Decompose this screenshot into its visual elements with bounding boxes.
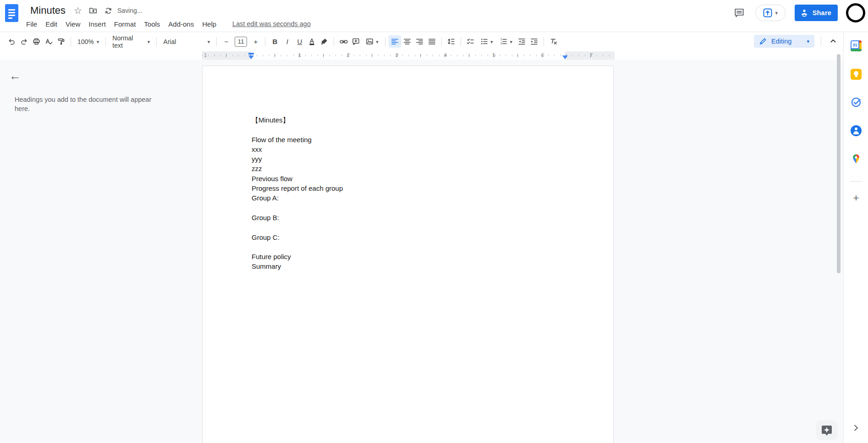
document-line[interactable]: Previous flow xyxy=(252,174,565,183)
document-line[interactable] xyxy=(252,242,565,252)
document-line[interactable]: xxx xyxy=(252,144,565,154)
document-page[interactable]: 【Minutes】 Flow of the meetingxxxyyyzzzPr… xyxy=(202,66,614,443)
menu-format[interactable]: Format xyxy=(110,19,140,29)
font-size-value: 11 xyxy=(238,38,244,45)
menu-help[interactable]: Help xyxy=(198,19,220,29)
decrease-indent-button[interactable] xyxy=(516,35,528,48)
align-left-button[interactable] xyxy=(389,35,401,48)
zoom-select[interactable]: 100% ▾ xyxy=(74,35,102,48)
document-line[interactable]: Group B: xyxy=(252,213,565,222)
print-button[interactable] xyxy=(30,35,43,48)
explore-button[interactable] xyxy=(816,420,837,440)
image-caret-icon: ▾ xyxy=(376,39,379,44)
insert-link-button[interactable] xyxy=(337,35,350,48)
show-side-panel-icon[interactable] xyxy=(851,423,861,433)
editing-caret-icon: ▾ xyxy=(807,39,809,44)
font-family-select[interactable]: Arial ▾ xyxy=(160,35,213,48)
paragraph-style-value: Normal text xyxy=(112,34,144,49)
document-line[interactable]: yyy xyxy=(252,154,565,164)
spellcheck-button[interactable] xyxy=(43,35,55,48)
paint-format-button[interactable] xyxy=(55,35,67,48)
account-avatar[interactable] xyxy=(846,3,865,22)
align-right-button[interactable] xyxy=(413,35,426,48)
align-center-button[interactable] xyxy=(401,35,413,48)
tasks-app-icon[interactable] xyxy=(851,97,862,108)
text-color-button[interactable] xyxy=(306,35,318,48)
outline-placeholder-text: Headings you add to the document will ap… xyxy=(15,95,152,113)
underline-button[interactable]: U xyxy=(293,35,306,48)
menu-addons[interactable]: Add-ons xyxy=(164,19,198,29)
open-comments-icon[interactable] xyxy=(733,7,745,19)
add-comment-button[interactable] xyxy=(350,35,362,48)
ruler-margin-number: 1 xyxy=(202,52,209,58)
document-line[interactable]: 【Minutes】 xyxy=(252,115,565,125)
editing-mode-button[interactable]: Editing ▾ xyxy=(754,35,814,48)
vertical-scrollbar[interactable] xyxy=(837,54,841,273)
redo-button[interactable] xyxy=(18,35,30,48)
document-line[interactable] xyxy=(252,203,565,213)
contacts-app-icon[interactable] xyxy=(851,125,862,136)
paragraph-style-select[interactable]: Normal text ▾ xyxy=(109,35,153,48)
undo-button[interactable] xyxy=(5,35,18,48)
line-spacing-button[interactable] xyxy=(445,35,457,48)
document-outline-panel: ← Headings you add to the document will … xyxy=(0,60,165,443)
numbered-list-button[interactable]: 12 ▾ xyxy=(496,35,516,48)
workspace-side-panel: 31 + xyxy=(843,32,868,443)
document-line[interactable]: Summary xyxy=(252,261,565,271)
menu-edit[interactable]: Edit xyxy=(41,19,61,29)
justify-button[interactable] xyxy=(426,35,438,48)
document-line[interactable]: Group A: xyxy=(252,193,565,203)
title-row: Minutes ☆ Saving... xyxy=(28,4,142,17)
docs-logo-icon[interactable] xyxy=(5,4,18,22)
first-line-indent-marker[interactable] xyxy=(248,53,254,55)
svg-text:2: 2 xyxy=(500,42,502,45)
ruler-number: 6 xyxy=(539,52,546,58)
menu-tools[interactable]: Tools xyxy=(140,19,164,29)
share-button[interactable]: Share xyxy=(795,5,838,21)
font-caret-icon: ▾ xyxy=(208,39,210,44)
get-addons-button[interactable]: + xyxy=(851,193,862,204)
document-line[interactable] xyxy=(252,125,565,134)
document-line[interactable]: Flow of the meeting xyxy=(252,135,565,144)
document-title[interactable]: Minutes xyxy=(28,5,67,17)
decrease-font-size-button[interactable]: − xyxy=(220,35,232,48)
ruler-half-ticks xyxy=(226,54,615,57)
menu-file[interactable]: File xyxy=(22,19,41,29)
checklist-button[interactable] xyxy=(464,35,477,48)
bold-button[interactable]: B xyxy=(269,35,281,48)
move-folder-icon[interactable] xyxy=(88,6,98,15)
italic-icon: I xyxy=(286,38,288,45)
insert-image-button[interactable]: ▾ xyxy=(362,35,382,48)
menu-insert[interactable]: Insert xyxy=(84,19,110,29)
italic-button[interactable]: I xyxy=(281,35,293,48)
right-indent-marker[interactable] xyxy=(562,55,568,59)
bulleted-list-button[interactable]: ▾ xyxy=(477,35,496,48)
calendar-app-icon[interactable]: 31 xyxy=(851,40,862,51)
increase-font-size-button[interactable]: + xyxy=(249,35,262,48)
star-icon[interactable]: ☆ xyxy=(74,6,82,15)
keep-app-icon[interactable] xyxy=(851,69,862,80)
document-line[interactable] xyxy=(252,222,565,232)
share-person-lock-icon xyxy=(800,8,809,17)
hide-menus-button[interactable] xyxy=(827,34,839,47)
sync-saving-icon xyxy=(104,6,113,15)
left-indent-marker[interactable] xyxy=(248,55,254,59)
document-line[interactable]: Progress report of each group xyxy=(252,183,565,193)
document-line[interactable]: Future policy xyxy=(252,252,565,261)
increase-indent-button[interactable] xyxy=(528,35,540,48)
font-size-input[interactable]: 11 xyxy=(235,37,247,47)
bulleted-list-caret-icon: ▾ xyxy=(490,39,493,44)
close-outline-icon[interactable]: ← xyxy=(9,70,21,82)
present-button[interactable]: ▾ xyxy=(755,5,786,21)
maps-app-icon[interactable] xyxy=(851,154,862,165)
minus-icon: − xyxy=(224,38,228,45)
document-line[interactable]: Group C: xyxy=(252,233,565,242)
horizontal-ruler[interactable]: 1 1234567 xyxy=(202,51,615,60)
last-edit-link[interactable]: Last edit was seconds ago xyxy=(232,20,311,28)
highlight-color-button[interactable] xyxy=(318,35,330,48)
document-text[interactable]: 【Minutes】 Flow of the meetingxxxyyyzzzPr… xyxy=(252,115,565,271)
document-line[interactable]: zzz xyxy=(252,164,565,173)
header-bar: Minutes ☆ Saving... File Edit View Inser… xyxy=(0,0,868,32)
clear-formatting-button[interactable] xyxy=(547,35,560,48)
menu-view[interactable]: View xyxy=(61,19,84,29)
